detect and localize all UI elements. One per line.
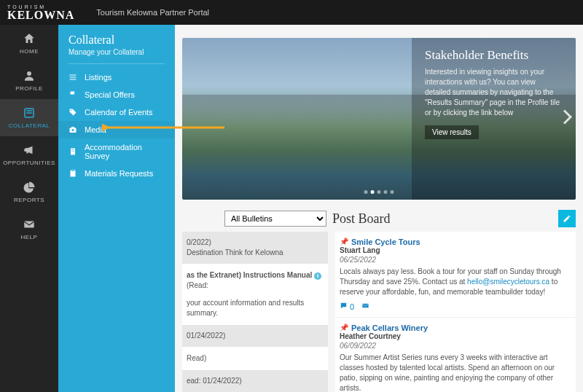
- nav-home[interactable]: HOME: [0, 25, 58, 62]
- svg-rect-11: [71, 127, 74, 128]
- svg-rect-6: [70, 77, 77, 78]
- nav-reports[interactable]: REPORTS: [0, 173, 58, 211]
- flag-icon: [69, 90, 77, 99]
- svg-rect-18: [71, 170, 74, 171]
- post-author: Stuart Lang: [340, 246, 571, 254]
- svg-rect-4: [24, 222, 34, 228]
- svg-rect-20: [363, 304, 369, 308]
- comment-icon: [340, 302, 348, 310]
- svg-rect-2: [26, 110, 32, 111]
- main-content: Stakeholder Benefits Interested in viewi…: [175, 25, 583, 392]
- svg-rect-15: [72, 151, 73, 152]
- post-title: Smile Cycle Tours: [340, 238, 571, 246]
- pencil-icon: [563, 214, 571, 223]
- svg-point-10: [72, 129, 74, 131]
- portal-title: Tourism Kelowna Partner Portal: [96, 8, 209, 17]
- nav-profile[interactable]: PROFILE: [0, 62, 58, 99]
- pie-icon: [23, 181, 36, 194]
- nav-collateral[interactable]: COLLATERAL: [0, 99, 58, 136]
- comments-link[interactable]: 0: [340, 302, 354, 311]
- bullhorn-icon: [23, 144, 36, 157]
- svg-rect-14: [74, 149, 74, 150]
- topbar: TOURISM KELOWNA Tourism Kelowna Partner …: [0, 0, 583, 25]
- post-item[interactable]: 📌 Peak Cellars Winery Heather Courtney 0…: [335, 317, 576, 392]
- collateral-flyout: Collateral Manage your Collateral Listin…: [58, 25, 175, 392]
- flyout-title: Collateral: [58, 32, 175, 48]
- svg-rect-5: [70, 75, 77, 76]
- post-item[interactable]: 📌 Smile Cycle Tours Stuart Lang 06/25/20…: [335, 232, 576, 317]
- logo-main: KELOWNA: [7, 9, 74, 21]
- left-nav: HOME PROFILE COLLATERAL OPPORTUNITIES RE…: [0, 25, 58, 392]
- post-date: 06/25/2022: [340, 256, 571, 264]
- hero-cta-button[interactable]: View results: [425, 125, 479, 139]
- flyout-accommodation[interactable]: Accommodation Survey: [58, 138, 175, 165]
- svg-rect-16: [74, 151, 74, 152]
- flyout-materials[interactable]: Materials Requests: [58, 165, 175, 182]
- nav-help[interactable]: HELP: [0, 211, 58, 248]
- svg-rect-17: [71, 170, 76, 177]
- post-board-heading: Post Board: [332, 211, 391, 227]
- svg-rect-7: [70, 79, 77, 80]
- flyout-calendar[interactable]: Calendar of Events: [58, 103, 175, 121]
- camera-icon: [69, 125, 77, 134]
- list-item[interactable]: Read): [182, 348, 328, 370]
- carousel-dots[interactable]: [364, 190, 394, 194]
- nav-opportunities[interactable]: OPPORTUNITIES: [0, 136, 58, 173]
- bulletin-filter[interactable]: All Bulletins: [224, 211, 326, 227]
- tag-icon: [69, 108, 77, 117]
- hero-body: Interested in viewing insights on your i…: [425, 67, 563, 118]
- pin-icon: 📌: [340, 238, 348, 246]
- collateral-icon: [23, 106, 36, 119]
- highlight-arrow: [102, 122, 226, 133]
- post-title: Peak Cellars Winery: [340, 324, 571, 332]
- post-footer: 0: [340, 302, 571, 311]
- flyout-listings[interactable]: Listings: [58, 68, 175, 86]
- chevron-right-icon: [563, 109, 573, 125]
- svg-point-0: [27, 71, 31, 76]
- svg-rect-3: [26, 112, 32, 114]
- svg-rect-13: [72, 149, 73, 150]
- post-board: 📌 Smile Cycle Tours Stuart Lang 06/25/20…: [335, 232, 576, 392]
- edit-button[interactable]: [558, 210, 576, 227]
- svg-point-8: [71, 110, 72, 111]
- post-body: Locals always pay less. Book a tour for …: [340, 267, 571, 297]
- hero-carousel: Stakeholder Benefits Interested in viewi…: [182, 38, 576, 200]
- list-item[interactable]: 0/2022) Destination Think for Kelowna: [182, 232, 328, 264]
- mail-icon: [23, 218, 36, 231]
- list-item[interactable]: 01/24/2022): [182, 325, 328, 348]
- user-icon: [23, 69, 36, 82]
- info-icon: i: [314, 273, 321, 280]
- clipboard-icon: [69, 169, 77, 178]
- carousel-next[interactable]: [563, 109, 573, 129]
- svg-rect-12: [71, 149, 75, 155]
- mail-icon: [361, 302, 369, 310]
- flyout-special-offers[interactable]: Special Offers: [58, 86, 175, 103]
- list-icon: [69, 73, 77, 82]
- post-author: Heather Courtney: [340, 332, 571, 340]
- bulletin-list: 0/2022) Destination Think for Kelowna as…: [182, 232, 328, 392]
- post-date: 06/09/2022: [340, 342, 571, 350]
- post-body: Our Summer Artist Series runs every 3 we…: [340, 353, 571, 392]
- building-icon: [69, 147, 77, 156]
- hero-title: Stakeholder Benefits: [425, 48, 563, 63]
- flyout-subtitle: Manage your Collateral: [69, 48, 165, 64]
- logo[interactable]: TOURISM KELOWNA: [7, 4, 74, 21]
- list-item[interactable]: ead: 01/24/2022): [182, 370, 328, 392]
- post-link[interactable]: hello@smilecycletours.ca: [467, 278, 549, 286]
- bulletin-header: All Bulletins Post Board: [182, 210, 576, 227]
- list-item[interactable]: as the Extranet) Instructions Manual i (…: [182, 264, 328, 325]
- pin-icon: 📌: [340, 324, 348, 332]
- mail-link[interactable]: [361, 302, 369, 311]
- hero-caption: Stakeholder Benefits Interested in viewi…: [412, 38, 576, 200]
- home-icon: [23, 32, 36, 45]
